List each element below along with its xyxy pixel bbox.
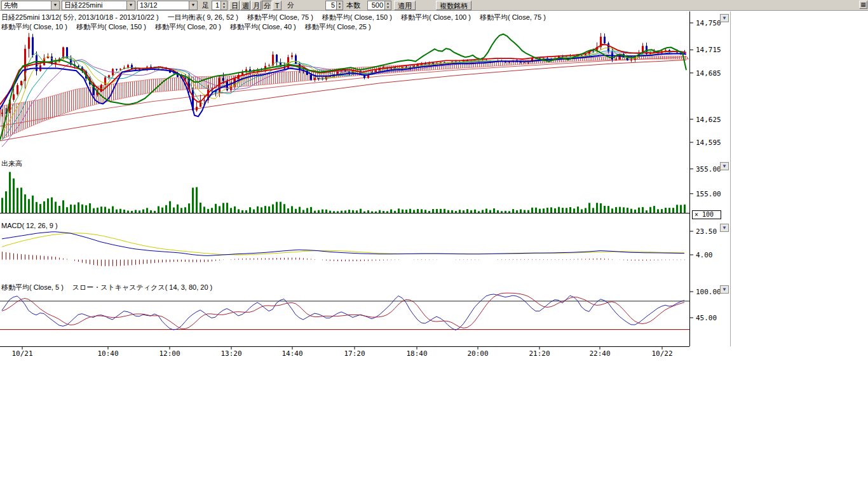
layout-grid-icon[interactable]: ▦ (859, 1, 867, 9)
contract-select[interactable]: 13/12 ▼ (137, 1, 198, 10)
chart-title: 日経225mini 13/12( 5分, 2013/10/18 - 2013/1… (1, 13, 159, 22)
bars-value: 500 (368, 1, 384, 10)
svg-text:14,715: 14,715 (696, 46, 721, 54)
svg-text:14,750: 14,750 (696, 19, 721, 27)
period-minute-button[interactable]: 分 (262, 1, 272, 10)
price-legend-row1: 日経225mini 13/12( 5分, 2013/10/18 - 2013/1… (1, 13, 546, 22)
chevron-down-icon[interactable]: ▼ (126, 1, 135, 10)
period-day-button[interactable]: 日 (229, 1, 240, 10)
stoch-panel-label: 移動平均( Close, 5 ) スロー・ストキャスティクス( 14, 3, 8… (1, 283, 212, 292)
svg-text:355.00: 355.00 (696, 165, 721, 173)
legend-ma10: 移動平均( Close, 10 ) (1, 23, 67, 31)
period-month-button[interactable]: 月 (251, 1, 261, 10)
svg-text:100.00: 100.00 (696, 288, 721, 296)
price-panel-menu-arrow-icon[interactable]: ▼ (720, 14, 729, 22)
legend-ma150b: 移動平均( Close, 150 ) (76, 23, 146, 31)
legend-ma75b: 移動平均( Close, 75 ) (480, 13, 546, 22)
stoch-panel-menu-arrow-icon[interactable]: ▼ (720, 285, 729, 294)
apply-button[interactable]: 適用 (394, 1, 416, 10)
legend-ma25: 移動平均( Close, 25 ) (305, 23, 371, 31)
svg-text:10/21: 10/21 (11, 349, 32, 358)
macd-panel-menu-arrow-icon[interactable]: ▼ (720, 224, 729, 232)
legend-ma150: 移動平均( Close, 150 ) (322, 13, 392, 22)
bar-type-label: 足 (202, 1, 209, 10)
svg-text:21:20: 21:20 (529, 349, 550, 358)
trading-app-window: { "toolbar": { "market_select": "先物", "s… (0, 0, 868, 488)
symbol-select-value: 日経225mini (62, 1, 126, 10)
interval-stepper[interactable]: 1 ▲▼ (212, 1, 227, 10)
legend-ichimoku: 一目均衡表( 9, 26, 52 ) (168, 13, 238, 22)
svg-text:10/22: 10/22 (651, 349, 672, 358)
volume-panel-label: 出来高 (1, 159, 22, 168)
unit-label: 分 (287, 1, 294, 10)
multi-symbol-button[interactable]: 複数銘柄 (436, 1, 471, 10)
macd-panel-label: MACD( 12, 26, 9 ) (1, 222, 58, 230)
svg-text:14,685: 14,685 (696, 69, 721, 78)
svg-text:155.00: 155.00 (696, 190, 721, 198)
svg-text:14:40: 14:40 (281, 349, 302, 358)
market-select-value: 先物 (2, 1, 51, 10)
price-legend-row2: 移動平均( Close, 10 ) 移動平均( Close, 150 ) 移動平… (1, 23, 371, 31)
legend-ma20: 移動平均( Close, 20 ) (155, 23, 221, 31)
stoch-label: スロー・ストキャスティクス( 14, 3, 80, 20 ) (72, 283, 212, 292)
period-tick-button[interactable]: T (273, 1, 281, 10)
spin-down-icon[interactable]: ▼ (221, 5, 227, 9)
svg-text:20:00: 20:00 (467, 349, 488, 358)
svg-text:4.00: 4.00 (696, 251, 713, 259)
market-select[interactable]: 先物 ▼ (1, 1, 60, 10)
contract-select-value: 13/12 (138, 1, 189, 10)
legend-ma40: 移動平均( Close, 40 ) (230, 23, 296, 31)
volume-panel-menu-arrow-icon[interactable]: ▼ (720, 162, 729, 170)
volume-multiplier-badge: × 100 (692, 210, 721, 219)
svg-text:10:40: 10:40 (97, 349, 118, 358)
minute-value: 5 (326, 1, 336, 10)
chevron-down-icon[interactable]: ▼ (51, 1, 59, 10)
svg-text:22:40: 22:40 (589, 349, 610, 358)
symbol-select[interactable]: 日経225mini ▼ (62, 1, 135, 10)
svg-text:13:20: 13:20 (220, 349, 241, 358)
chart-canvas[interactable]: 10/2110:4012:0013:2014:4017:2018:4020:00… (0, 11, 731, 362)
svg-text:18:40: 18:40 (406, 349, 427, 358)
chevron-down-icon[interactable]: ▼ (189, 1, 197, 10)
svg-text:14,595: 14,595 (696, 139, 721, 147)
minute-stepper[interactable]: 5 ▲▼ (325, 1, 343, 10)
period-week-button[interactable]: 週 (240, 1, 250, 10)
interval-value: 1 (212, 1, 220, 10)
svg-text:45.00: 45.00 (696, 314, 717, 322)
toolbar: 先物 ▼ 日経225mini ▼ 13/12 ▼ 足 1 ▲▼ 日 週 月 分 … (0, 0, 868, 11)
legend-ma75: 移動平均( Close, 75 ) (247, 13, 313, 22)
svg-text:23.50: 23.50 (696, 227, 717, 236)
spin-down-icon[interactable]: ▼ (385, 5, 391, 9)
spin-down-icon[interactable]: ▼ (337, 5, 342, 9)
bars-label: 本数 (346, 1, 360, 10)
legend-ma100: 移動平均( Close, 100 ) (401, 13, 471, 22)
svg-text:12:00: 12:00 (159, 349, 180, 358)
svg-text:14,625: 14,625 (696, 116, 721, 124)
bars-stepper[interactable]: 500 ▲▼ (367, 1, 391, 10)
stoch-ma-label: 移動平均( Close, 5 ) (1, 283, 64, 292)
svg-text:17:20: 17:20 (344, 349, 365, 358)
